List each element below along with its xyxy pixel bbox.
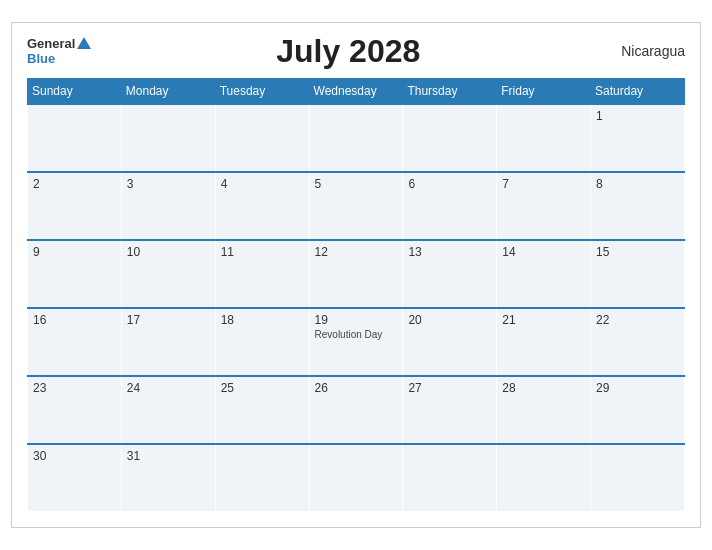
day-number: 7 (502, 177, 585, 191)
week-row-2: 9101112131415 (28, 240, 685, 308)
day-number: 4 (221, 177, 304, 191)
calendar-cell: 9 (28, 240, 122, 308)
calendar-cell (403, 104, 497, 172)
week-row-5: 3031 (28, 444, 685, 512)
day-number: 29 (596, 381, 679, 395)
calendar-cell: 2 (28, 172, 122, 240)
week-row-0: 1 (28, 104, 685, 172)
calendar-cell: 24 (121, 376, 215, 444)
calendar-cell: 23 (28, 376, 122, 444)
day-number: 2 (33, 177, 116, 191)
calendar-cell: 6 (403, 172, 497, 240)
calendar-cell: 25 (215, 376, 309, 444)
day-event: Revolution Day (315, 329, 398, 340)
day-number: 19 (315, 313, 398, 327)
calendar-body: 12345678910111213141516171819Revolution … (28, 104, 685, 512)
day-number: 6 (408, 177, 491, 191)
calendar-cell: 29 (591, 376, 685, 444)
calendar-cell: 5 (309, 172, 403, 240)
week-row-4: 23242526272829 (28, 376, 685, 444)
calendar-cell (215, 104, 309, 172)
day-number: 13 (408, 245, 491, 259)
day-number: 20 (408, 313, 491, 327)
calendar-header: General Blue July 2028 Nicaragua (27, 33, 685, 70)
day-number: 8 (596, 177, 679, 191)
calendar-title: July 2028 (91, 33, 605, 70)
day-number: 24 (127, 381, 210, 395)
weekday-header-sunday: Sunday (28, 78, 122, 104)
calendar-weekdays-header: SundayMondayTuesdayWednesdayThursdayFrid… (28, 78, 685, 104)
calendar-cell: 7 (497, 172, 591, 240)
calendar-cell: 22 (591, 308, 685, 376)
calendar-cell: 20 (403, 308, 497, 376)
day-number: 21 (502, 313, 585, 327)
calendar-cell: 31 (121, 444, 215, 512)
calendar-cell (28, 104, 122, 172)
day-number: 14 (502, 245, 585, 259)
day-number: 10 (127, 245, 210, 259)
day-number: 23 (33, 381, 116, 395)
calendar-cell: 15 (591, 240, 685, 308)
calendar-cell: 17 (121, 308, 215, 376)
weekday-row: SundayMondayTuesdayWednesdayThursdayFrid… (28, 78, 685, 104)
calendar-cell: 4 (215, 172, 309, 240)
calendar-container: General Blue July 2028 Nicaragua SundayM… (11, 22, 701, 529)
country-name: Nicaragua (605, 43, 685, 59)
day-number: 12 (315, 245, 398, 259)
weekday-header-tuesday: Tuesday (215, 78, 309, 104)
weekday-header-thursday: Thursday (403, 78, 497, 104)
day-number: 26 (315, 381, 398, 395)
calendar-cell (497, 104, 591, 172)
day-number: 25 (221, 381, 304, 395)
calendar-cell: 16 (28, 308, 122, 376)
calendar-cell (309, 444, 403, 512)
week-row-3: 16171819Revolution Day202122 (28, 308, 685, 376)
calendar-cell: 13 (403, 240, 497, 308)
day-number: 27 (408, 381, 491, 395)
calendar-cell: 3 (121, 172, 215, 240)
calendar-cell: 19Revolution Day (309, 308, 403, 376)
day-number: 30 (33, 449, 116, 463)
calendar-cell (215, 444, 309, 512)
weekday-header-monday: Monday (121, 78, 215, 104)
logo-area: General Blue (27, 36, 91, 66)
calendar-cell: 27 (403, 376, 497, 444)
calendar-cell: 12 (309, 240, 403, 308)
weekday-header-wednesday: Wednesday (309, 78, 403, 104)
calendar-cell: 18 (215, 308, 309, 376)
day-number: 17 (127, 313, 210, 327)
day-number: 16 (33, 313, 116, 327)
calendar-cell (309, 104, 403, 172)
calendar-cell (591, 444, 685, 512)
calendar-cell (497, 444, 591, 512)
logo-triangle-icon (77, 37, 91, 49)
calendar-cell (121, 104, 215, 172)
calendar-cell: 11 (215, 240, 309, 308)
day-number: 3 (127, 177, 210, 191)
calendar-cell: 10 (121, 240, 215, 308)
calendar-cell: 26 (309, 376, 403, 444)
logo-blue-text: Blue (27, 51, 55, 66)
day-number: 9 (33, 245, 116, 259)
day-number: 11 (221, 245, 304, 259)
day-number: 1 (596, 109, 679, 123)
day-number: 15 (596, 245, 679, 259)
calendar-cell: 14 (497, 240, 591, 308)
week-row-1: 2345678 (28, 172, 685, 240)
logo-general-text: General (27, 36, 75, 51)
day-number: 18 (221, 313, 304, 327)
calendar-cell (403, 444, 497, 512)
calendar-cell: 8 (591, 172, 685, 240)
calendar-cell: 21 (497, 308, 591, 376)
day-number: 31 (127, 449, 210, 463)
weekday-header-friday: Friday (497, 78, 591, 104)
calendar-cell: 30 (28, 444, 122, 512)
day-number: 28 (502, 381, 585, 395)
day-number: 22 (596, 313, 679, 327)
day-number: 5 (315, 177, 398, 191)
calendar-grid: SundayMondayTuesdayWednesdayThursdayFrid… (27, 78, 685, 513)
weekday-header-saturday: Saturday (591, 78, 685, 104)
calendar-cell: 28 (497, 376, 591, 444)
calendar-cell: 1 (591, 104, 685, 172)
